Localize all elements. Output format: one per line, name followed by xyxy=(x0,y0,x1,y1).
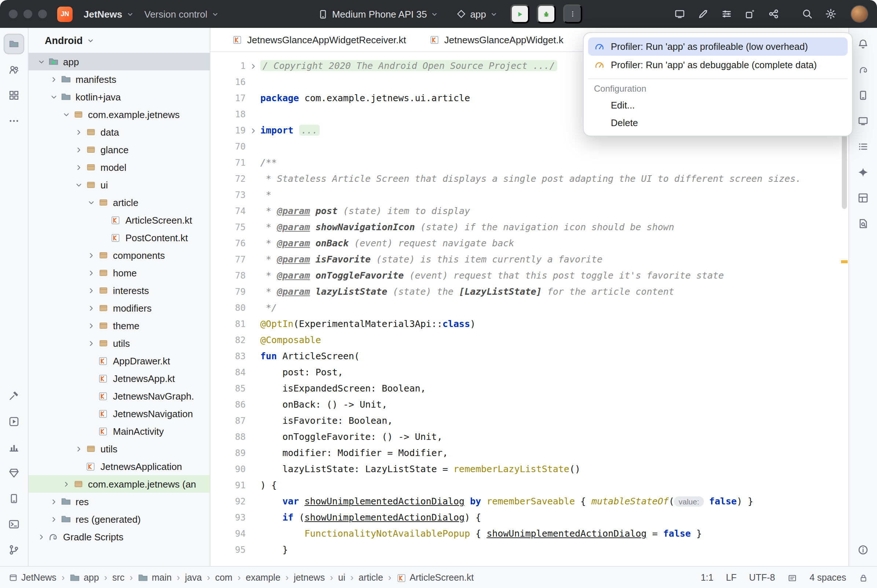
line-separator-widget[interactable]: LF xyxy=(726,573,736,583)
chevron-right-icon[interactable] xyxy=(48,515,59,523)
chevron-right-icon[interactable] xyxy=(73,146,84,154)
tree-item-articlescreen-kt[interactable]: ArticleScreen.kt xyxy=(28,211,210,229)
build-tool-button[interactable] xyxy=(4,386,24,406)
popup-item[interactable]: Profiler: Run 'app' as debuggable (compl… xyxy=(588,56,848,74)
breadcrumb-item[interactable]: article xyxy=(358,573,383,583)
gemini-button[interactable] xyxy=(853,162,873,183)
commit-tool-button[interactable] xyxy=(4,59,24,80)
tree-item-home[interactable]: home xyxy=(28,264,210,282)
tree-item-jetnewsapp-kt[interactable]: JetnewsApp.kt xyxy=(28,369,210,387)
readonly-toggle-widget[interactable] xyxy=(859,573,868,582)
editor-config-widget[interactable] xyxy=(787,573,797,582)
tree-item-jetnewsnavgraph[interactable]: JetnewsNavGraph. xyxy=(28,387,210,405)
debug-button[interactable] xyxy=(537,4,556,24)
version-control-tool-button[interactable] xyxy=(4,540,24,560)
tree-item-jetnewsnavigation[interactable]: JetnewsNavigation xyxy=(28,405,210,422)
user-avatar[interactable] xyxy=(851,5,868,23)
running-devices-button[interactable] xyxy=(853,111,873,131)
project-menu-button[interactable]: JetNews xyxy=(78,6,139,22)
notifications-button[interactable] xyxy=(853,34,873,54)
chevron-down-icon[interactable] xyxy=(48,93,59,101)
tree-item-postcontent-kt[interactable]: PostContent.kt xyxy=(28,229,210,246)
run-configuration-selector[interactable]: app xyxy=(451,6,503,22)
chevron-right-icon[interactable] xyxy=(36,532,47,541)
chevron-right-icon[interactable] xyxy=(86,286,97,294)
tree-item-modifiers[interactable]: modifiers xyxy=(28,299,210,317)
tree-item-com-example-jetnews-an[interactable]: com.example.jetnews (an xyxy=(28,475,210,493)
breadcrumb-item[interactable]: example xyxy=(246,573,280,583)
logcat-tool-button[interactable] xyxy=(4,488,24,509)
vcs-menu-button[interactable]: Version control xyxy=(139,6,224,22)
popup-item[interactable]: Profiler: Run 'app' as profileable (low … xyxy=(588,38,848,56)
chevron-right-icon[interactable] xyxy=(86,304,97,312)
indentation-widget[interactable]: 4 spaces xyxy=(810,573,846,583)
share-button[interactable] xyxy=(764,4,783,24)
app-inspection-tool-button[interactable] xyxy=(4,463,24,483)
popup-action-delete[interactable]: Delete xyxy=(588,114,848,131)
chevron-right-icon[interactable] xyxy=(86,269,97,277)
editor-tab[interactable]: JetnewsGlanceAppWidgetReceiver.kt xyxy=(221,28,418,51)
tree-item-jetnewsapplication[interactable]: JetnewsApplication xyxy=(28,458,210,475)
chevron-right-icon[interactable] xyxy=(86,251,97,259)
fold-toggle-icon[interactable] xyxy=(246,126,260,135)
breadcrumb-item[interactable]: app xyxy=(70,573,99,583)
chevron-right-icon[interactable] xyxy=(86,321,97,330)
minimize-window-icon[interactable] xyxy=(24,9,32,18)
tree-item-res[interactable]: res xyxy=(28,493,210,510)
breadcrumb-item[interactable]: JetNews xyxy=(9,573,57,583)
app-quality-insights-button[interactable] xyxy=(853,213,873,234)
tree-item-ui[interactable]: ui xyxy=(28,176,210,194)
caret-position-widget[interactable]: 1:1 xyxy=(701,573,714,583)
chevron-down-icon[interactable] xyxy=(61,110,72,118)
tree-item-mainactivity[interactable]: MainActivity xyxy=(28,422,210,440)
terminal-tool-button[interactable] xyxy=(4,514,24,534)
editor-tab[interactable]: JetnewsGlanceAppWidget.k xyxy=(418,28,575,51)
project-tool-button[interactable] xyxy=(4,34,24,54)
chevron-right-icon[interactable] xyxy=(61,480,72,488)
tree-item-utils[interactable]: utils xyxy=(28,334,210,352)
tree-item-app[interactable]: app xyxy=(28,53,210,70)
tree-item-glance[interactable]: glance xyxy=(28,141,210,158)
breadcrumb-item[interactable]: main xyxy=(138,573,172,583)
tree-item-gradle-scripts[interactable]: Gradle Scripts xyxy=(28,528,210,546)
fold-toggle-icon[interactable] xyxy=(246,62,260,70)
breadcrumb-item[interactable]: src xyxy=(112,573,124,583)
gradle-button[interactable] xyxy=(853,59,873,80)
chevron-right-icon[interactable] xyxy=(73,128,84,136)
tree-item-utils[interactable]: utils xyxy=(28,440,210,458)
chevron-right-icon[interactable] xyxy=(73,163,84,171)
search-button[interactable] xyxy=(798,4,817,24)
profiler-tool-button[interactable] xyxy=(4,437,24,458)
more-run-options-button[interactable] xyxy=(563,4,582,24)
device-mirroring-button[interactable] xyxy=(670,4,689,24)
toolbar-customize-button[interactable] xyxy=(717,4,736,24)
warning-stripe-mark[interactable] xyxy=(841,260,848,263)
tree-item-model[interactable]: model xyxy=(28,158,210,176)
run-button[interactable] xyxy=(510,4,529,24)
breadcrumb-item[interactable]: ArticleScreen.kt xyxy=(396,573,474,583)
window-controls[interactable] xyxy=(9,9,47,18)
tree-item-appdrawer-kt[interactable]: AppDrawer.kt xyxy=(28,352,210,369)
structure-button[interactable] xyxy=(853,136,873,157)
plugins-button[interactable] xyxy=(741,4,760,24)
more-tool-windows-button[interactable] xyxy=(4,111,24,131)
file-encoding-widget[interactable]: UTF-8 xyxy=(749,573,775,583)
breadcrumb-item[interactable]: java xyxy=(185,573,202,583)
tree-item-components[interactable]: components xyxy=(28,246,210,264)
device-selector[interactable]: Medium Phone API 35 xyxy=(312,6,444,22)
settings-button[interactable] xyxy=(821,4,840,24)
chevron-down-icon[interactable] xyxy=(36,57,47,66)
tree-item-data[interactable]: data xyxy=(28,123,210,141)
tree-item-theme[interactable]: theme xyxy=(28,317,210,334)
tree-item-manifests[interactable]: manifests xyxy=(28,70,210,88)
maximize-window-icon[interactable] xyxy=(38,9,47,18)
device-manager-button[interactable] xyxy=(853,85,873,106)
editor-scrollbar[interactable] xyxy=(841,81,848,566)
project-view-selector[interactable]: Android xyxy=(28,28,210,53)
tree-item-com-example-jetnews[interactable]: com.example.jetnews xyxy=(28,106,210,123)
run-tool-button[interactable] xyxy=(4,411,24,432)
ai-assistant-button[interactable] xyxy=(694,4,713,24)
breadcrumb-item[interactable]: ui xyxy=(338,573,345,583)
popup-action-edit[interactable]: Edit... xyxy=(588,96,848,114)
close-window-icon[interactable] xyxy=(9,9,18,18)
